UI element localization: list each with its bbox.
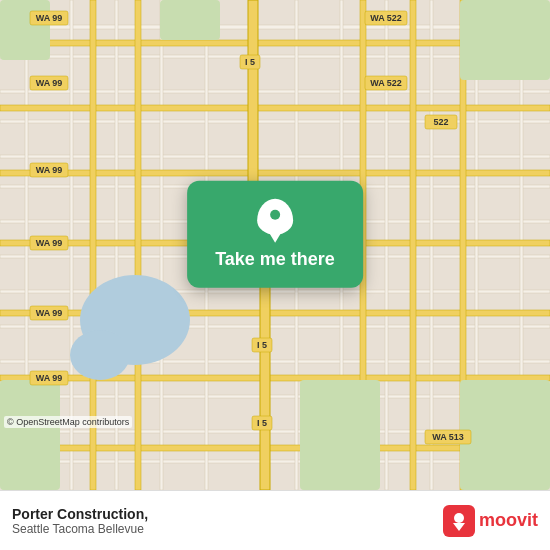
svg-rect-4	[0, 120, 550, 123]
svg-point-75	[454, 513, 464, 523]
moovit-logo: moovit	[443, 505, 538, 537]
osm-attribution: © OpenStreetMap contributors	[4, 416, 132, 428]
svg-rect-27	[0, 105, 550, 111]
take-me-there-popup[interactable]: Take me there	[187, 181, 363, 288]
svg-text:WA 99: WA 99	[36, 308, 63, 318]
svg-rect-43	[460, 380, 550, 490]
location-name: Porter Construction,	[12, 506, 148, 522]
location-info: Porter Construction, Seattle Tacoma Bell…	[12, 506, 148, 536]
map-container: WA 99 WA 99 WA 99 WA 99 WA 99 WA 99 WA 5…	[0, 0, 550, 490]
svg-text:WA 99: WA 99	[36, 165, 63, 175]
svg-rect-46	[0, 0, 50, 60]
take-me-there-label: Take me there	[215, 249, 335, 270]
svg-rect-5	[0, 155, 550, 158]
svg-text:WA 522: WA 522	[370, 78, 402, 88]
svg-rect-28	[0, 170, 550, 176]
moovit-text: moovit	[479, 510, 538, 531]
svg-text:WA 99: WA 99	[36, 238, 63, 248]
svg-text:WA 513: WA 513	[432, 432, 464, 442]
location-region: Seattle Tacoma Bellevue	[12, 522, 148, 536]
svg-rect-9	[0, 290, 550, 293]
svg-text:WA 99: WA 99	[36, 13, 63, 23]
svg-text:I 5: I 5	[257, 418, 267, 428]
svg-rect-36	[410, 0, 416, 490]
svg-text:WA 522: WA 522	[370, 13, 402, 23]
svg-text:I 5: I 5	[257, 340, 267, 350]
bottom-bar: Porter Construction, Seattle Tacoma Bell…	[0, 490, 550, 550]
svg-rect-44	[0, 380, 60, 490]
location-pin-icon	[257, 199, 293, 235]
svg-rect-3	[0, 90, 550, 93]
svg-text:WA 99: WA 99	[36, 78, 63, 88]
svg-rect-47	[160, 0, 220, 40]
svg-point-41	[70, 330, 130, 380]
svg-text:WA 99: WA 99	[36, 373, 63, 383]
svg-rect-34	[135, 0, 141, 490]
svg-rect-42	[460, 0, 550, 80]
moovit-icon	[443, 505, 475, 537]
svg-rect-45	[300, 380, 380, 490]
svg-rect-38	[248, 0, 258, 200]
svg-text:522: 522	[433, 117, 448, 127]
svg-text:I 5: I 5	[245, 57, 255, 67]
